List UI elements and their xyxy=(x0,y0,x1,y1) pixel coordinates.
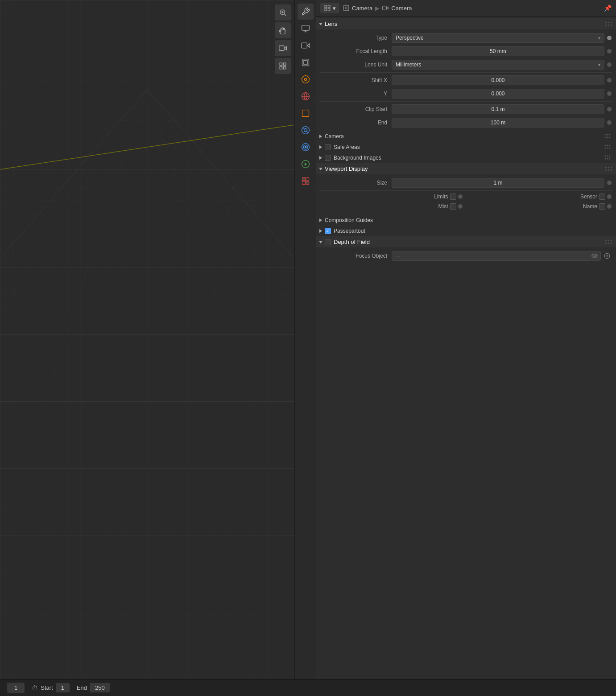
shift-x-dot[interactable] xyxy=(607,78,612,82)
passepartout-checkbox[interactable]: ✓ xyxy=(325,228,331,234)
svg-point-66 xyxy=(594,255,595,257)
svg-point-63 xyxy=(605,158,606,160)
particles-sidebar-icon[interactable] xyxy=(298,156,314,172)
zoom-tool[interactable] xyxy=(275,4,291,21)
name-label: Name xyxy=(583,203,597,210)
svg-rect-23 xyxy=(302,59,309,66)
svg-line-32 xyxy=(306,131,308,133)
modifiers-sidebar-icon[interactable] xyxy=(298,139,314,155)
lens-unit-select[interactable]: Millimeters ▾ xyxy=(392,60,604,70)
svg-point-50 xyxy=(609,134,611,136)
lens-unit-row: Lens Unit Millimeters ▾ xyxy=(319,58,612,71)
sensor-checkbox[interactable] xyxy=(599,194,605,200)
clip-start-dot[interactable] xyxy=(607,107,612,111)
type-value: Perspective xyxy=(396,35,424,41)
safe-areas-section-row[interactable]: Safe Areas xyxy=(316,142,616,152)
view-layer-sidebar-icon[interactable] xyxy=(298,54,314,70)
svg-point-53 xyxy=(609,137,611,138)
passepartout-row[interactable]: ✓ Passepartout xyxy=(316,226,616,236)
svg-point-56 xyxy=(609,145,611,146)
camera-section-row[interactable]: Camera xyxy=(316,131,616,142)
size-dot[interactable] xyxy=(607,181,612,185)
background-images-checkbox[interactable] xyxy=(325,155,331,161)
mist-label: Mist xyxy=(438,203,448,210)
svg-point-57 xyxy=(605,148,606,149)
shift-x-row: Shift X 0.000 xyxy=(319,74,612,87)
viewport-display-section-header[interactable]: Viewport Display xyxy=(316,163,616,174)
svg-point-58 xyxy=(607,148,608,149)
background-images-section-row[interactable]: Background Images xyxy=(316,152,616,163)
svg-rect-18 xyxy=(284,67,286,69)
camera-view-tool[interactable] xyxy=(275,40,291,56)
object-sidebar-icon[interactable] xyxy=(298,105,314,121)
viewport-display-section-title: Viewport Display xyxy=(325,165,368,172)
limits-dot[interactable] xyxy=(458,194,463,199)
focal-length-dot[interactable] xyxy=(607,49,612,54)
composition-guides-label: Composition Guides xyxy=(325,217,373,223)
shift-x-input[interactable]: 0.000 xyxy=(392,75,604,85)
svg-point-46 xyxy=(345,7,347,9)
svg-point-54 xyxy=(605,145,606,146)
focus-object-section: Focus Object — xyxy=(316,247,616,264)
name-checkbox[interactable] xyxy=(599,203,605,210)
lens-unit-chevron: ▾ xyxy=(598,62,600,67)
scene-sidebar-icon[interactable] xyxy=(298,21,314,37)
view-dropdown[interactable]: ▾ xyxy=(320,3,339,13)
svg-rect-43 xyxy=(325,8,327,11)
physics-sidebar-icon[interactable] xyxy=(298,173,314,189)
lens-unit-dot[interactable] xyxy=(607,62,612,67)
depth-of-field-checkbox[interactable] xyxy=(325,239,331,245)
focal-length-input[interactable]: 50 mm xyxy=(392,46,604,56)
grid-tool[interactable] xyxy=(275,58,291,74)
shift-y-dot[interactable] xyxy=(607,91,612,96)
size-input[interactable]: 1 m xyxy=(392,178,604,188)
limits-checkbox[interactable] xyxy=(450,194,456,200)
size-row: Size 1 m xyxy=(319,176,612,189)
name-dot[interactable] xyxy=(607,204,612,209)
safe-areas-label: Safe Areas xyxy=(334,144,360,150)
clip-end-dot[interactable] xyxy=(607,120,612,125)
viewport-grid xyxy=(0,0,294,679)
constraints-sidebar-icon[interactable] xyxy=(298,122,314,138)
viewport[interactable] xyxy=(0,0,294,679)
focal-length-row: Focal Length 50 mm xyxy=(319,45,612,58)
mist-checkbox[interactable] xyxy=(450,203,456,210)
type-row: Type Perspective ▾ xyxy=(319,31,612,45)
composition-guides-row[interactable]: Composition Guides xyxy=(316,215,616,226)
focus-object-input[interactable]: — xyxy=(392,251,601,261)
scene-props-sidebar-icon[interactable] xyxy=(298,71,314,87)
render-output-sidebar-icon[interactable] xyxy=(298,37,314,54)
pin-button[interactable]: 📌 xyxy=(604,4,612,12)
clip-end-input[interactable]: 100 m xyxy=(392,118,604,128)
lens-section-header[interactable]: Lens xyxy=(316,18,616,29)
svg-point-35 xyxy=(305,146,306,148)
depth-of-field-section-dots xyxy=(605,240,612,244)
tools-sidebar-icon[interactable] xyxy=(298,4,314,20)
pan-tool[interactable] xyxy=(275,22,291,38)
focus-object-picker[interactable] xyxy=(603,253,612,259)
svg-rect-17 xyxy=(280,67,282,69)
type-label: Type xyxy=(320,35,392,41)
viewport-display-properties: Size 1 m Limits Sensor xyxy=(316,174,616,215)
shift-y-input[interactable]: 0.000 xyxy=(392,89,604,99)
depth-of-field-section-header[interactable]: Depth of Field xyxy=(316,236,616,247)
type-dot[interactable] xyxy=(607,36,612,40)
world-sidebar-icon[interactable] xyxy=(298,88,314,104)
svg-point-48 xyxy=(605,134,606,136)
composition-guides-toggle-arrow xyxy=(319,218,322,222)
svg-rect-41 xyxy=(325,5,327,8)
clip-start-input[interactable]: 0.1 m xyxy=(392,104,604,114)
focus-object-label: Focus Object xyxy=(320,253,392,259)
mist-dot[interactable] xyxy=(458,204,463,209)
end-value[interactable]: 250 xyxy=(90,683,110,692)
svg-point-64 xyxy=(607,158,608,160)
current-frame-display[interactable]: 1 xyxy=(7,683,25,693)
type-select[interactable]: Perspective ▾ xyxy=(392,33,604,43)
safe-areas-checkbox[interactable] xyxy=(325,144,331,150)
svg-rect-15 xyxy=(280,63,282,65)
svg-rect-44 xyxy=(328,8,330,11)
sensor-dot[interactable] xyxy=(607,194,612,199)
start-value[interactable]: 1 xyxy=(56,683,70,692)
camera-section-label: Camera xyxy=(325,133,344,140)
breadcrumb-label2: Camera xyxy=(391,5,412,12)
